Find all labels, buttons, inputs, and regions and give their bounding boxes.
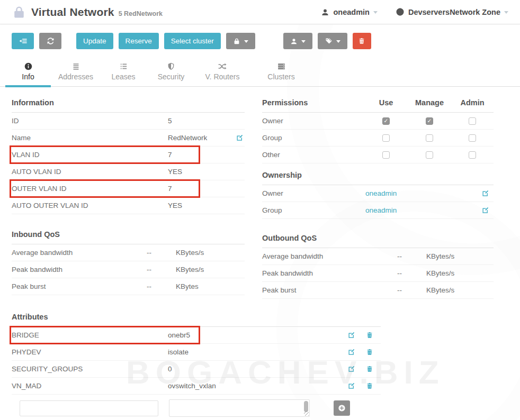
group-link[interactable]: oneadmin — [365, 206, 397, 214]
table-row-qos: Average bandwidth -- KBytes/s — [262, 248, 494, 265]
edit-icon — [347, 365, 355, 373]
tab-addresses[interactable]: Addresses — [59, 59, 92, 86]
row-label: VLAN ID — [12, 151, 168, 159]
delete-attribute-button[interactable] — [366, 348, 373, 356]
left-column: Information ID 5 Name RedNetwork VLAN ID… — [12, 92, 245, 299]
row-label: Peak burst — [12, 282, 147, 290]
lock-dropdown-button[interactable] — [226, 33, 255, 49]
permissions-col-use: Use — [364, 98, 408, 107]
update-button[interactable]: Update — [76, 33, 113, 49]
new-attribute-value-input[interactable] — [169, 399, 310, 417]
zone-menu[interactable]: DevserversNetwork Zone — [396, 7, 508, 16]
checkbox-other-use[interactable] — [382, 151, 390, 159]
table-row-owner: Owner oneadmin — [262, 185, 494, 202]
checkbox-owner-admin[interactable] — [469, 117, 476, 125]
table-row-vn-mad: VN_MAD ovswitch_vxlan — [12, 378, 381, 395]
row-value: RedNetwork — [168, 134, 207, 142]
table-row-outer-vlan-id: OUTER VLAN ID 7 — [12, 180, 245, 197]
edit-name-button[interactable] — [236, 134, 245, 142]
back-to-list-button[interactable] — [12, 33, 34, 49]
delete-button[interactable] — [353, 33, 371, 49]
checkbox-other-admin[interactable] — [469, 151, 476, 159]
checkbox-owner-use[interactable] — [382, 117, 390, 125]
permissions-section-title: Permissions — [262, 98, 364, 107]
checkbox-group-use[interactable] — [382, 134, 390, 142]
row-value: 7 — [168, 185, 172, 193]
owner-dropdown-button[interactable] — [283, 33, 312, 49]
row-value: -- — [397, 269, 426, 277]
table-row-owner-permissions: Owner — [262, 113, 494, 130]
tab-info[interactable]: Info — [12, 59, 44, 86]
tab-vrouters[interactable]: V. Routers — [202, 59, 243, 86]
page-subtitle: 5 RedNetwork — [119, 10, 163, 17]
row-label: SECURITY_GROUPS — [12, 365, 168, 373]
table-row-name: Name RedNetwork — [12, 130, 245, 147]
edit-attribute-button[interactable] — [347, 382, 355, 390]
back-list-icon — [19, 36, 28, 45]
user-menu[interactable]: oneadmin — [321, 8, 377, 16]
checkbox-other-manage[interactable] — [426, 151, 433, 159]
attributes-section: Attributes BRIDGE onebr5 PHYDEV isolate — [12, 306, 381, 420]
checkbox-owner-manage[interactable] — [426, 117, 433, 125]
trash-icon — [358, 37, 365, 45]
table-row-qos: Average bandwidth -- KBytes/s — [12, 244, 245, 261]
permissions-header: Permissions Use Manage Admin — [262, 92, 494, 113]
edit-group-button[interactable] — [481, 206, 494, 214]
reserve-button[interactable]: Reserve — [119, 33, 159, 49]
shuffle-icon — [218, 62, 227, 71]
trash-icon — [366, 348, 373, 356]
new-attribute-name-input[interactable] — [20, 400, 158, 416]
tags-icon — [325, 37, 333, 45]
row-label: BRIDGE — [12, 331, 168, 339]
row-label: Peak bandwidth — [262, 269, 397, 277]
delete-attribute-button[interactable] — [366, 365, 373, 373]
edit-icon — [347, 331, 355, 339]
row-unit: KBytes/s — [426, 252, 454, 260]
row-label: VN_MAD — [12, 382, 168, 390]
row-label: PHYDEV — [12, 348, 168, 356]
checkbox-group-manage[interactable] — [426, 134, 433, 142]
delete-attribute-button[interactable] — [366, 331, 373, 339]
trash-icon — [366, 331, 373, 339]
tab-clusters[interactable]: Clusters — [265, 59, 298, 86]
edit-attribute-button[interactable] — [347, 331, 355, 339]
table-row-auto-outer-vlan-id: AUTO OUTER VLAN ID YES — [12, 197, 245, 214]
chevron-down-icon — [336, 40, 340, 43]
inbound-qos-section-title: Inbound QoS — [12, 224, 245, 244]
attributes-section-title: Attributes — [12, 306, 381, 327]
table-row-qos: Peak burst -- KBytes/s — [262, 282, 494, 299]
row-unit: KBytes/s — [426, 286, 454, 294]
delete-attribute-button[interactable] — [366, 382, 373, 390]
tab-security[interactable]: Security — [155, 59, 187, 86]
edit-attribute-button[interactable] — [347, 365, 355, 373]
globe-icon — [396, 7, 405, 16]
checkbox-group-admin[interactable] — [469, 134, 476, 142]
table-row-group: Group oneadmin — [262, 202, 494, 219]
table-row-qos: Peak burst -- KBytes — [12, 278, 245, 295]
row-unit: KBytes/s — [176, 266, 204, 273]
user-icon — [321, 8, 329, 16]
select-cluster-button[interactable]: Select cluster — [164, 33, 221, 49]
table-row-other-permissions: Other — [262, 147, 494, 163]
row-label: ID — [12, 117, 168, 125]
tab-leases[interactable]: Leases — [107, 59, 140, 86]
top-header-bar: Virtual Network 5 RedNetwork oneadmin De… — [0, 0, 520, 24]
server-icon — [277, 62, 286, 71]
row-value: YES — [168, 202, 182, 209]
edit-owner-button[interactable] — [481, 189, 494, 197]
action-toolbar: Update Reserve Select cluster — [0, 24, 520, 57]
row-value: ovswitch_vxlan — [168, 382, 347, 390]
labels-dropdown-button[interactable] — [318, 33, 347, 49]
permissions-col-admin: Admin — [451, 98, 494, 107]
edit-attribute-button[interactable] — [347, 348, 355, 356]
row-label: Other — [262, 151, 364, 159]
owner-link[interactable]: oneadmin — [365, 189, 397, 197]
edit-icon — [481, 189, 489, 197]
edit-icon — [481, 206, 489, 214]
row-unit: KBytes/s — [426, 269, 454, 277]
add-attribute-button[interactable] — [334, 400, 350, 416]
row-label: Peak bandwidth — [12, 266, 147, 273]
lock-icon — [233, 38, 240, 45]
row-value: YES — [168, 168, 182, 176]
refresh-button[interactable] — [39, 33, 61, 49]
